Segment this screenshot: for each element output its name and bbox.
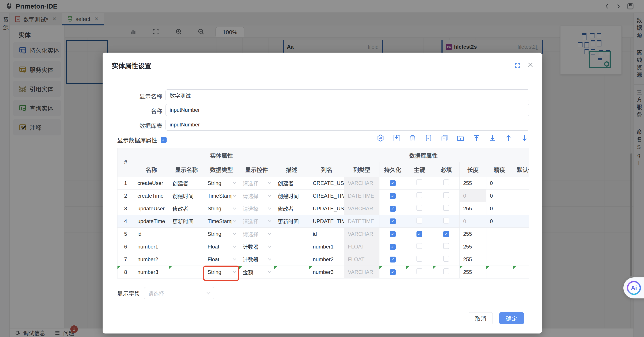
length-cell[interactable]: 0 bbox=[460, 190, 486, 202]
display-control-select[interactable]: 金额 bbox=[239, 266, 274, 278]
display-control-select[interactable]: 请选择 bbox=[239, 190, 274, 202]
length-cell[interactable]: 255 bbox=[460, 266, 486, 278]
data-type-select[interactable]: String bbox=[204, 177, 239, 190]
attr-display-name-cell[interactable]: 修改者 bbox=[169, 202, 204, 215]
ai-assistant-button[interactable]: Ai bbox=[624, 278, 644, 298]
persist-checkbox[interactable]: ✓ bbox=[380, 177, 406, 190]
default-value-cell[interactable] bbox=[513, 266, 529, 278]
precision-cell[interactable] bbox=[486, 266, 513, 278]
column-name-cell[interactable]: UPDATE_USER bbox=[309, 202, 344, 215]
move-down-icon[interactable] bbox=[520, 134, 528, 142]
attr-display-name-cell[interactable] bbox=[169, 266, 204, 278]
ai-generate-icon[interactable]: AI bbox=[376, 134, 384, 142]
primary-key-checkbox[interactable]: ✓ bbox=[406, 228, 433, 240]
length-cell[interactable]: 255 bbox=[460, 253, 486, 266]
attr-display-name-cell[interactable] bbox=[169, 240, 204, 253]
primary-key-checkbox[interactable] bbox=[406, 215, 433, 228]
show-db-props-checkbox[interactable]: ✓ bbox=[161, 137, 166, 143]
data-type-select[interactable]: Float bbox=[204, 240, 239, 253]
primary-key-checkbox[interactable] bbox=[406, 202, 433, 215]
attr-description-cell[interactable] bbox=[274, 266, 309, 278]
persist-checkbox[interactable]: ✓ bbox=[380, 215, 406, 228]
precision-cell[interactable]: 0 bbox=[486, 202, 513, 215]
attr-name-cell[interactable]: number2 bbox=[134, 253, 169, 266]
column-name-cell[interactable]: UPDATE_TIME bbox=[309, 215, 344, 228]
data-type-select[interactable]: String bbox=[204, 202, 239, 215]
confirm-button[interactable]: 确定 bbox=[499, 312, 524, 324]
attr-name-cell[interactable]: updateUser bbox=[134, 202, 169, 215]
primary-key-checkbox[interactable] bbox=[406, 240, 433, 253]
attr-display-name-cell[interactable]: 创建时间 bbox=[169, 190, 204, 202]
data-type-select[interactable]: TimeStamp bbox=[204, 190, 239, 202]
length-cell[interactable]: 255 bbox=[460, 228, 486, 240]
attr-name-cell[interactable]: id bbox=[134, 228, 169, 240]
persist-checkbox[interactable]: ✓ bbox=[380, 266, 406, 278]
display-field-select[interactable]: 请选择 bbox=[144, 287, 214, 299]
display-control-select[interactable]: 请选择 bbox=[239, 228, 274, 240]
move-up-icon[interactable] bbox=[504, 134, 512, 142]
required-checkbox[interactable] bbox=[433, 215, 460, 228]
display-control-select[interactable]: 计数器 bbox=[239, 240, 274, 253]
primary-key-checkbox[interactable] bbox=[406, 190, 433, 202]
attr-name-cell[interactable]: createUser bbox=[134, 177, 169, 190]
document-icon[interactable] bbox=[424, 134, 432, 142]
persist-checkbox[interactable]: ✓ bbox=[380, 202, 406, 215]
required-checkbox[interactable]: ✓ bbox=[433, 228, 460, 240]
column-name-cell[interactable]: id bbox=[309, 228, 344, 240]
column-name-cell[interactable]: number2 bbox=[309, 253, 344, 266]
attr-name-cell[interactable]: number1 bbox=[134, 240, 169, 253]
attr-description-cell[interactable]: 修改者 bbox=[274, 202, 309, 215]
required-checkbox[interactable] bbox=[433, 240, 460, 253]
insert-row-icon[interactable] bbox=[392, 134, 400, 142]
default-value-cell[interactable] bbox=[513, 190, 529, 202]
attr-description-cell[interactable] bbox=[274, 253, 309, 266]
attr-description-cell[interactable]: 更新时间 bbox=[274, 215, 309, 228]
default-value-cell[interactable] bbox=[513, 253, 529, 266]
data-type-select[interactable]: String bbox=[204, 228, 239, 240]
required-checkbox[interactable] bbox=[433, 266, 460, 278]
precision-cell[interactable] bbox=[486, 228, 513, 240]
required-checkbox[interactable] bbox=[433, 202, 460, 215]
default-value-cell[interactable] bbox=[513, 240, 529, 253]
display-control-select[interactable]: 请选择 bbox=[239, 202, 274, 215]
column-name-cell[interactable]: CREATE_USER bbox=[309, 177, 344, 190]
display-name-input[interactable] bbox=[166, 90, 529, 101]
display-control-select[interactable]: 计数器 bbox=[239, 253, 274, 266]
persist-checkbox[interactable]: ✓ bbox=[380, 228, 406, 240]
attr-display-name-cell[interactable] bbox=[169, 253, 204, 266]
column-name-cell[interactable]: number1 bbox=[309, 240, 344, 253]
display-control-select[interactable]: 请选择 bbox=[239, 215, 274, 228]
precision-cell[interactable] bbox=[486, 240, 513, 253]
attr-name-cell[interactable]: number3 bbox=[134, 266, 169, 278]
close-dialog-icon[interactable] bbox=[527, 61, 534, 68]
name-input[interactable] bbox=[166, 104, 529, 116]
attr-display-name-cell[interactable]: 创建者 bbox=[169, 177, 204, 190]
length-cell[interactable]: 255 bbox=[460, 202, 486, 215]
attr-description-cell[interactable] bbox=[274, 240, 309, 253]
persist-checkbox[interactable]: ✓ bbox=[380, 190, 406, 202]
column-name-cell[interactable]: number3 bbox=[309, 266, 344, 278]
default-value-cell[interactable] bbox=[513, 202, 529, 215]
data-type-select[interactable]: Float bbox=[204, 253, 239, 266]
attr-display-name-cell[interactable] bbox=[169, 228, 204, 240]
data-type-select[interactable]: TimeStamp bbox=[204, 215, 239, 228]
column-name-cell[interactable]: CREATE_TIME bbox=[309, 190, 344, 202]
precision-cell[interactable]: 0 bbox=[486, 215, 513, 228]
cancel-button[interactable]: 取消 bbox=[469, 312, 493, 324]
required-checkbox[interactable] bbox=[433, 190, 460, 202]
attr-description-cell[interactable]: 创建时间 bbox=[274, 190, 309, 202]
length-cell[interactable]: 255 bbox=[460, 177, 486, 190]
default-value-cell[interactable] bbox=[513, 177, 529, 190]
required-checkbox[interactable] bbox=[433, 177, 460, 190]
attr-display-name-cell[interactable]: 更新时间 bbox=[169, 215, 204, 228]
copy-icon[interactable] bbox=[440, 134, 448, 142]
precision-cell[interactable] bbox=[486, 253, 513, 266]
precision-cell[interactable]: 0 bbox=[486, 190, 513, 202]
default-value-cell[interactable] bbox=[513, 228, 529, 240]
persist-checkbox[interactable]: ✓ bbox=[380, 240, 406, 253]
primary-key-checkbox[interactable] bbox=[406, 253, 433, 266]
length-cell[interactable]: 0 bbox=[460, 215, 486, 228]
persist-checkbox[interactable]: ✓ bbox=[380, 253, 406, 266]
attr-description-cell[interactable]: 创建者 bbox=[274, 177, 309, 190]
length-cell[interactable]: 255 bbox=[460, 240, 486, 253]
